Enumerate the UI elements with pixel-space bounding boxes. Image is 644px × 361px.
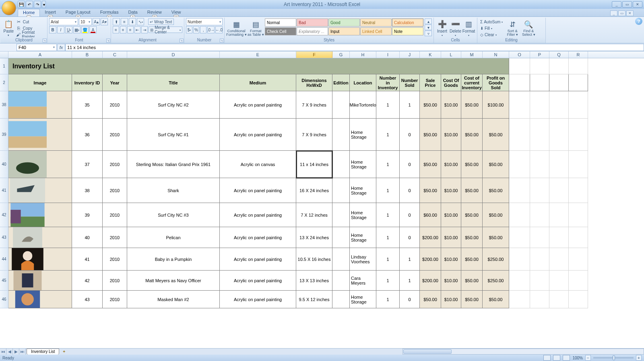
table-cell[interactable]: 43 <box>72 291 103 308</box>
table-cell[interactable]: Home Storage <box>350 119 376 151</box>
italic-button[interactable]: I <box>57 26 64 33</box>
column-header-A[interactable]: A <box>8 51 72 58</box>
border-button[interactable]: ▦▾ <box>73 26 80 33</box>
table-cell[interactable]: $10.00 <box>441 91 461 119</box>
table-cell[interactable]: $50.00 <box>461 227 483 248</box>
column-header-M[interactable]: M <box>461 51 483 58</box>
restore-button[interactable]: ▭ <box>622 1 632 8</box>
clear-button[interactable]: ◇Clear▾ <box>479 31 504 38</box>
merge-center-button[interactable]: ⊞Merge & Center▾ <box>149 27 182 33</box>
table-cell[interactable]: $10.00 <box>441 227 461 248</box>
table-cell[interactable]: $50.00 <box>420 119 441 151</box>
table-cell[interactable]: $250.00 <box>483 271 509 291</box>
table-cell[interactable]: 2010 <box>103 271 127 291</box>
table-cell[interactable] <box>332 91 350 119</box>
cell-image[interactable] <box>8 91 72 119</box>
table-cell[interactable]: $50.00 <box>420 151 441 178</box>
table-cell[interactable]: 1 <box>376 248 400 271</box>
table-cell[interactable]: Home Storage <box>350 291 376 308</box>
table-cell[interactable]: $10.00 <box>441 271 461 291</box>
ribbon-tab-page-layout[interactable]: Page LayoutP <box>61 9 95 16</box>
column-header-J[interactable]: J <box>400 51 420 58</box>
column-header-C[interactable]: C <box>103 51 127 58</box>
table-cell[interactable]: 10.5 X 16 inches <box>296 248 332 271</box>
table-cell[interactable]: Acrylic on canvas <box>220 151 296 178</box>
table-cell[interactable] <box>332 271 350 291</box>
format-cells-button[interactable]: ▥Format▾ <box>462 18 475 38</box>
table-cell[interactable] <box>332 178 350 203</box>
table-cell[interactable]: Shark <box>127 178 220 203</box>
align-middle-icon[interactable]: ≡ <box>121 18 128 25</box>
table-cell[interactable]: Home Storage <box>350 151 376 178</box>
align-right-icon[interactable]: ≡ <box>127 26 134 33</box>
table-cell[interactable] <box>332 203 350 227</box>
table-cell[interactable]: 0 <box>400 178 420 203</box>
column-header-F[interactable]: F <box>296 51 332 58</box>
style-note[interactable]: Note <box>392 27 423 35</box>
clipboard-dialog-launcher[interactable]: ↘ <box>43 39 47 43</box>
currency-button[interactable]: $▾ <box>186 26 192 33</box>
table-cell[interactable]: $50.00 <box>420 178 441 203</box>
cell-image[interactable] <box>8 291 72 308</box>
fill-color-button[interactable]: 🪣 <box>81 26 89 33</box>
table-cell[interactable]: 2010 <box>103 178 127 203</box>
table-cell[interactable]: Acrylic on panel painting <box>220 119 296 151</box>
table-cell[interactable]: Surf City NC #1 <box>127 119 220 151</box>
align-left-icon[interactable]: ≡ <box>113 26 119 33</box>
qat-undo-icon[interactable]: ↶ <box>26 1 33 8</box>
row-header-42[interactable]: 42 <box>0 203 8 227</box>
column-header-E[interactable]: E <box>220 51 296 58</box>
table-cell[interactable]: 1 <box>400 248 420 271</box>
alignment-dialog-launcher[interactable]: ↘ <box>180 39 184 43</box>
conditional-formatting-button[interactable]: ▦ConditionalFormatting ▾ <box>226 18 247 38</box>
fx-button[interactable]: fx <box>57 44 65 51</box>
table-cell[interactable]: 2010 <box>103 248 127 271</box>
cell-image[interactable] <box>8 248 72 271</box>
table-cell[interactable]: Acrylic on panel painting <box>220 248 296 271</box>
table-cell[interactable]: $10.00 <box>441 178 461 203</box>
table-cell[interactable]: $50.00 <box>483 227 509 248</box>
comma-button[interactable]: , <box>200 26 206 33</box>
help-icon[interactable]: ? <box>635 18 642 25</box>
table-cell[interactable]: 0 <box>400 227 420 248</box>
table-cell[interactable]: Acrylic on panel painting <box>220 91 296 119</box>
table-cell[interactable]: 38 <box>72 178 103 203</box>
table-cell[interactable]: Masked Man #2 <box>127 291 220 308</box>
table-cell[interactable]: 1 <box>376 227 400 248</box>
horizontal-scrollbar[interactable] <box>402 349 644 355</box>
table-cell[interactable]: $50.00 <box>461 271 483 291</box>
table-cell[interactable]: 2010 <box>103 91 127 119</box>
orientation-icon[interactable]: ⤡▾ <box>137 18 144 25</box>
sheet-nav-next-icon[interactable]: ▶ <box>13 349 19 355</box>
table-cell[interactable]: $50.00 <box>461 178 483 203</box>
row-header-44[interactable]: 44 <box>0 248 8 271</box>
table-cell[interactable]: $10.00 <box>441 119 461 151</box>
view-pagebreak-icon[interactable] <box>563 355 570 361</box>
table-cell[interactable]: $200.00 <box>420 248 441 271</box>
row-header-1[interactable]: 1 <box>0 58 8 74</box>
table-cell[interactable]: 1 <box>376 178 400 203</box>
table-cell[interactable]: $50.00 <box>461 151 483 178</box>
decrease-decimal-icon[interactable]: ←.0 <box>215 26 223 33</box>
increase-decimal-icon[interactable]: .0→ <box>207 26 215 33</box>
row-header-39[interactable]: 39 <box>0 119 8 151</box>
new-sheet-button[interactable]: ✦ <box>60 349 68 355</box>
sheet-nav-last-icon[interactable]: ⏭ <box>19 349 26 355</box>
table-cell[interactable]: Acrylic on panel painting <box>220 178 296 203</box>
ribbon-tab-data[interactable]: DataA <box>123 9 142 16</box>
percent-button[interactable]: % <box>193 26 200 33</box>
table-cell[interactable]: $50.00 <box>461 91 483 119</box>
styles-more-icon[interactable]: ▿ <box>425 31 432 36</box>
table-cell[interactable]: 2010 <box>103 119 127 151</box>
table-cell[interactable]: Lindsay Voorhees <box>350 248 376 271</box>
align-center-icon[interactable]: ≡ <box>120 26 126 33</box>
table-cell[interactable]: 1 <box>376 151 400 178</box>
delete-cells-button[interactable]: ➖Delete▾ <box>449 18 462 38</box>
table-cell[interactable]: 1 <box>400 271 420 291</box>
fill-button[interactable]: ⬇Fill▾ <box>479 25 504 31</box>
formula-input[interactable]: 11 x 14 inches <box>65 44 644 51</box>
qat-save-icon[interactable]: 💾 <box>18 1 25 8</box>
table-cell[interactable]: $200.00 <box>420 227 441 248</box>
minimize-button[interactable]: _ <box>612 1 621 8</box>
table-cell[interactable]: $60.00 <box>420 203 441 227</box>
